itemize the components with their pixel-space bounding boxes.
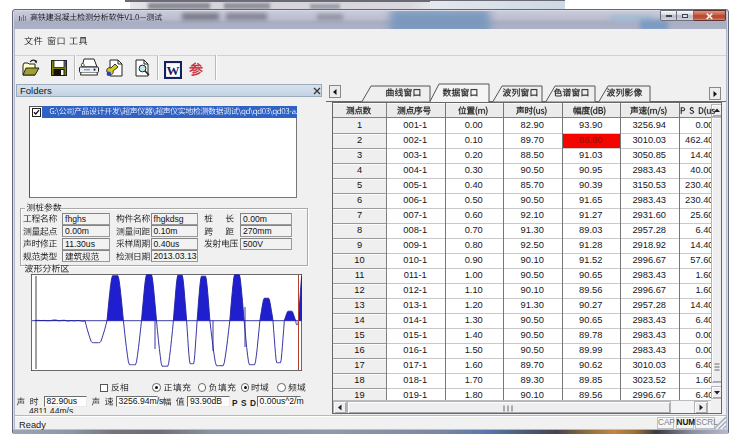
svg-text:W: W [167, 63, 180, 78]
